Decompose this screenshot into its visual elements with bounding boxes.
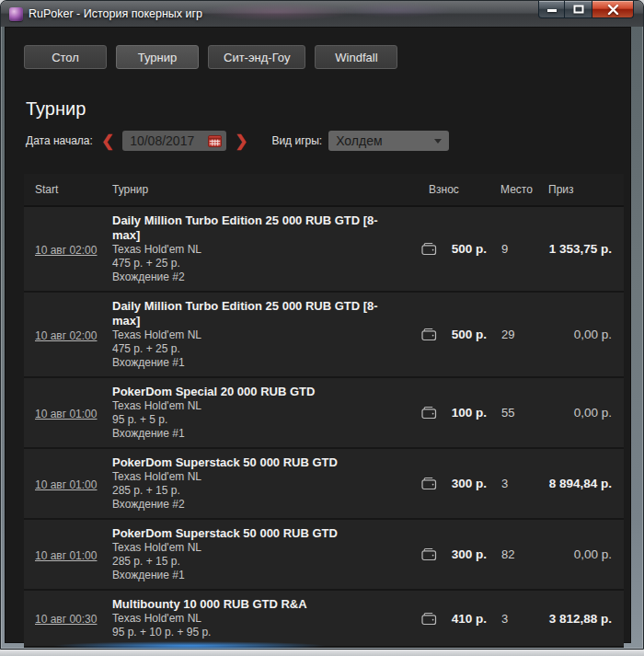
prize: 0,00 р. (542, 328, 612, 341)
tournament-cell: Daily Million Turbo Edition 25 000 RUB G… (112, 293, 411, 376)
place: 29 (487, 328, 542, 341)
client-area: Стол Турнир Сит-энд-Гоу Windfall Турнир … (5, 27, 631, 643)
game-type: Texas Hold'em NL (112, 328, 402, 342)
buyin-breakdown: 95 р. + 10 р. + 95 р. (112, 626, 402, 639)
minimize-button[interactable] (538, 1, 565, 18)
tab-sit-and-go[interactable]: Сит-энд-Гоу (208, 45, 305, 69)
game-type: Texas Hold'em NL (112, 541, 402, 555)
tournament-cell: PokerDom Superstack 50 000 RUB GTD Texas… (112, 520, 411, 589)
start-time-link[interactable]: 10 авг 01:00 (35, 408, 97, 420)
entry-number: Вхождение #2 (112, 270, 402, 284)
buyin-amount: 500 р. (437, 328, 487, 341)
maximize-icon (573, 5, 584, 14)
maximize-button[interactable] (565, 1, 592, 18)
game-type: Texas Hold'em NL (112, 470, 402, 484)
game-type-label: Вид игры: (271, 134, 322, 147)
place: 3 (487, 477, 542, 490)
titlebar[interactable]: RuPoker - История покерных игр (1, 1, 643, 27)
next-day-button[interactable]: ❯ (235, 133, 247, 149)
tournament-title: Daily Million Turbo Edition 25 000 RUB G… (112, 299, 402, 328)
wallet-icon (421, 477, 437, 490)
app-icon (9, 7, 23, 21)
buyin-breakdown: 475 р. + 25 р. (112, 342, 402, 356)
entry-number: Вхождение #1 (112, 356, 402, 370)
wallet-icon (421, 547, 437, 561)
prize: 8 894,84 р. (542, 477, 612, 490)
table-row[interactable]: 10 авг 00:30 Multibounty 10 000 RUB GTD … (24, 591, 624, 648)
start-time-link[interactable]: 10 авг 02:00 (35, 244, 97, 257)
calendar-icon[interactable] (208, 135, 222, 147)
table-row[interactable]: 10 авг 01:00 PokerDom Superstack 50 000 … (24, 449, 624, 520)
wallet-icon (421, 612, 437, 626)
game-type-select[interactable]: Холдем (328, 131, 449, 151)
page-title: Турнир (26, 98, 630, 120)
buyin-amount: 410 р. (437, 612, 487, 626)
place: 9 (487, 242, 542, 256)
place: 3 (487, 612, 542, 626)
close-button[interactable] (592, 1, 634, 18)
table-row[interactable]: 10 авг 01:00 PokerDom Special 20 000 RUB… (24, 378, 624, 449)
start-time-link[interactable]: 10 авг 01:00 (35, 549, 97, 562)
wallet-icon (421, 328, 437, 341)
game-type-value: Холдем (336, 133, 382, 148)
buyin-breakdown: 95 р. + 5 р. (112, 413, 402, 427)
prev-day-button[interactable]: ❮ (101, 133, 114, 149)
header-tournament: Турнир (112, 183, 411, 196)
window-controls (538, 1, 634, 18)
desktop-background (0, 650, 644, 656)
table-row[interactable]: 10 авг 02:00 Daily Million Turbo Edition… (24, 293, 624, 378)
wallet-icon (421, 242, 437, 256)
buyin-amount: 500 р. (437, 242, 487, 256)
tournament-cell: PokerDom Special 20 000 RUB GTD Texas Ho… (112, 378, 411, 447)
tab-table[interactable]: Стол (24, 45, 107, 69)
place: 55 (487, 406, 542, 420)
entry-number: Вхождение #1 (112, 569, 402, 582)
table-row[interactable]: 10 авг 01:00 PokerDom Superstack 50 000 … (24, 520, 624, 591)
table-header: Start Турнир Взнос Место Приз (24, 174, 624, 207)
buyin-breakdown: 285 р. + 15 р. (112, 484, 402, 498)
header-buyin: Взнос (411, 183, 487, 196)
wallet-icon (421, 406, 437, 420)
tournament-title: Daily Million Turbo Edition 25 000 RUB G… (112, 213, 402, 243)
close-icon (607, 5, 619, 15)
entry-number: Вхождение #2 (112, 498, 402, 512)
tournament-cell: Daily Million Turbo Edition 25 000 RUB G… (112, 207, 411, 291)
tournament-title: PokerDom Superstack 50 000 RUB GTD (112, 455, 402, 470)
game-type: Texas Hold'em NL (112, 612, 402, 626)
minimize-icon (546, 6, 558, 14)
game-type: Texas Hold'em NL (112, 243, 402, 257)
prize: 3 812,88 р. (542, 612, 612, 626)
tournament-title: PokerDom Special 20 000 RUB GTD (112, 385, 402, 399)
prize: 0,00 р. (542, 547, 612, 561)
prize: 1 353,75 р. (542, 242, 612, 256)
date-value: 10/08/2017 (130, 133, 194, 148)
tab-tournament[interactable]: Турнир (116, 45, 199, 69)
buyin-amount: 300 р. (437, 477, 487, 490)
tournament-cell: Multibounty 10 000 RUB GTD R&A Texas Hol… (112, 591, 411, 646)
date-input[interactable]: 10/08/2017 (122, 131, 226, 151)
app-window: RuPoker - История покерных игр Стол Турн… (0, 0, 644, 650)
header-place: Место (487, 183, 542, 196)
buyin-breakdown: 285 р. + 15 р. (112, 555, 402, 569)
tab-windfall[interactable]: Windfall (315, 45, 397, 69)
buyin-breakdown: 475 р. + 25 р. (112, 257, 402, 270)
tournament-title: PokerDom Superstack 50 000 RUB GTD (112, 526, 402, 541)
tournament-title: Multibounty 10 000 RUB GTD R&A (112, 597, 402, 612)
start-time-link[interactable]: 10 авг 00:30 (35, 613, 97, 626)
start-time-link[interactable]: 10 авг 01:00 (35, 478, 97, 491)
header-prize: Приз (542, 183, 612, 196)
tab-bar: Стол Турнир Сит-энд-Гоу Windfall (24, 45, 630, 69)
start-time-link[interactable]: 10 авг 02:00 (35, 329, 97, 342)
filter-row: Дата начала: ❮ 10/08/2017 ❯ Вид игры: Хо… (26, 130, 630, 152)
buyin-amount: 300 р. (437, 547, 487, 561)
prize: 0,00 р. (542, 406, 612, 420)
buyin-amount: 100 р. (437, 406, 487, 420)
game-type: Texas Hold'em NL (112, 399, 402, 413)
entry-number: Вхождение #1 (112, 427, 402, 441)
header-start: Start (35, 183, 112, 196)
window-title: RuPoker - История покерных игр (29, 7, 202, 20)
place: 82 (487, 547, 542, 561)
start-date-label: Дата начала: (26, 134, 93, 147)
tournament-history-table: Start Турнир Взнос Место Приз 10 авг 02:… (24, 174, 624, 648)
table-row[interactable]: 10 авг 02:00 Daily Million Turbo Edition… (24, 207, 624, 293)
